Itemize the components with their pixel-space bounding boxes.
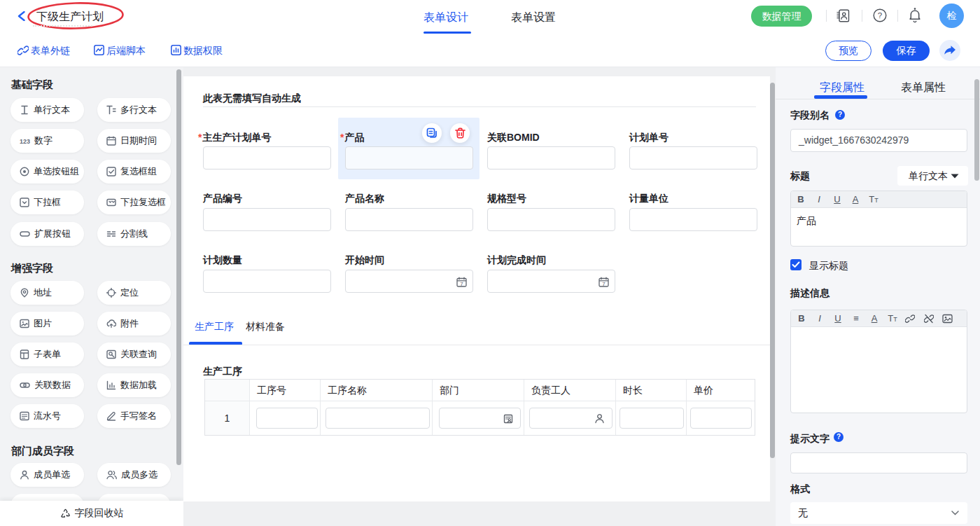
svg-text:?: ? [878,11,882,20]
svg-text:123: 123 [20,138,30,145]
svg-text:7: 7 [602,281,606,287]
svg-text:7: 7 [460,281,463,287]
